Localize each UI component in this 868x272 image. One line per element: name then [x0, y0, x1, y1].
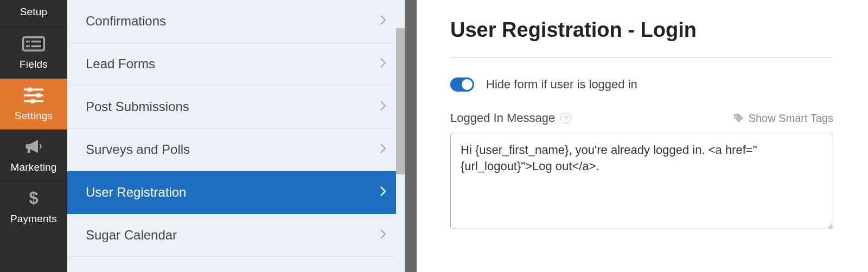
nav-item-setup[interactable]: Setup: [0, 0, 67, 27]
main-content: User Registration - Login Hide form if u…: [417, 0, 868, 272]
field-label-group: Logged In Message ?: [450, 111, 571, 125]
svg-rect-10: [31, 99, 35, 103]
dollar-icon: $: [22, 189, 46, 208]
panel-item-post-submissions[interactable]: Post Submissions: [67, 86, 405, 128]
svg-rect-2: [31, 41, 41, 43]
panel-item-label: User Registration: [86, 185, 186, 200]
chevron-right-icon: [380, 14, 386, 29]
panel-item-lead-forms[interactable]: Lead Forms: [67, 43, 405, 86]
chevron-right-icon: [380, 142, 386, 157]
panel-item-label: Confirmations: [86, 14, 166, 29]
scrollbar-thumb[interactable]: [396, 28, 405, 174]
panel-item-confirmations[interactable]: Confirmations: [67, 0, 405, 43]
svg-rect-11: [28, 148, 30, 153]
section-divider: [450, 57, 833, 58]
chevron-right-icon: [380, 185, 386, 200]
svg-rect-3: [26, 46, 30, 48]
panel-divider: [405, 0, 417, 272]
panel-item-label: Lead Forms: [86, 56, 155, 72]
page-title: User Registration - Login: [450, 18, 833, 42]
panel-item-label: Surveys and Polls: [86, 142, 190, 157]
message-field-label: Logged In Message: [450, 111, 555, 125]
panel-item-user-registration[interactable]: User Registration: [67, 171, 405, 214]
sliders-icon: [22, 86, 46, 105]
svg-rect-6: [28, 88, 31, 92]
nav-item-settings[interactable]: Settings: [0, 79, 67, 130]
nav-item-payments[interactable]: $ Payments: [0, 182, 67, 232]
hide-form-toggle[interactable]: [450, 77, 474, 92]
panel-item-surveys-polls[interactable]: Surveys and Polls: [67, 128, 405, 171]
panel-item-label: Post Submissions: [86, 99, 189, 114]
logged-in-message-textarea[interactable]: [450, 133, 833, 229]
toggle-label: Hide form if user is logged in: [486, 77, 637, 92]
bullhorn-icon: [22, 138, 46, 156]
chevron-right-icon: [380, 56, 386, 72]
panel-item-label: Sugar Calendar: [86, 228, 177, 243]
nav-label: Setup: [20, 6, 48, 18]
chevron-right-icon: [380, 228, 386, 243]
svg-text:$: $: [29, 189, 38, 207]
nav-label: Marketing: [10, 161, 56, 173]
smart-tags-label: Show Smart Tags: [749, 112, 833, 125]
svg-rect-4: [31, 46, 41, 48]
nav-label: Payments: [10, 213, 57, 225]
nav-item-fields[interactable]: Fields: [0, 27, 67, 79]
help-icon[interactable]: ?: [560, 113, 571, 124]
panel-scrollbar[interactable]: [396, 0, 405, 272]
primary-nav: Setup Fields Settings Marketing $ Paymen…: [0, 0, 67, 272]
toggle-knob: [462, 79, 473, 90]
nav-label: Settings: [15, 110, 53, 122]
message-field-header: Logged In Message ? Show Smart Tags: [450, 111, 833, 125]
hide-form-toggle-row: Hide form if user is logged in: [450, 77, 833, 92]
svg-rect-0: [23, 37, 44, 51]
nav-label: Fields: [20, 59, 48, 70]
show-smart-tags-button[interactable]: Show Smart Tags: [732, 112, 833, 125]
tag-icon: [732, 112, 744, 124]
settings-panel: Confirmations Lead Forms Post Submission…: [67, 0, 405, 272]
svg-rect-1: [26, 41, 30, 43]
nav-item-marketing[interactable]: Marketing: [0, 130, 67, 182]
fields-icon: [22, 35, 46, 53]
panel-item-sugar-calendar[interactable]: Sugar Calendar: [67, 214, 405, 257]
chevron-right-icon: [380, 99, 386, 114]
svg-rect-8: [36, 93, 40, 97]
